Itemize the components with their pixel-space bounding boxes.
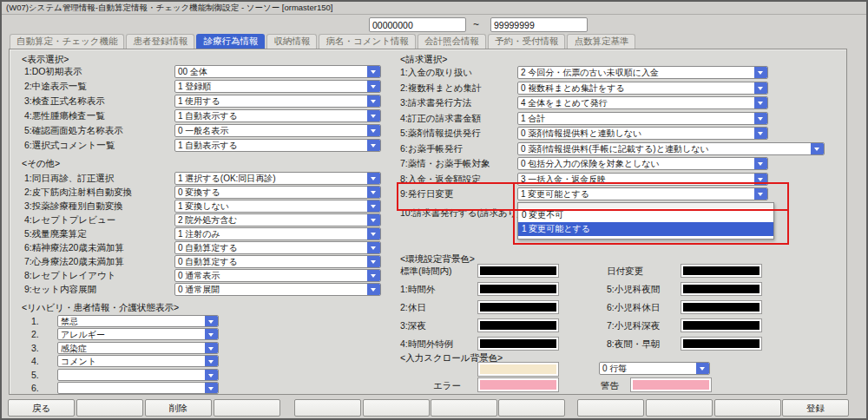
swatch-overtime-special[interactable] <box>478 338 558 350</box>
chevron-down-icon[interactable] <box>367 270 380 281</box>
swatch-pediatric-midnight[interactable] <box>681 319 761 331</box>
chevron-down-icon[interactable] <box>754 67 767 78</box>
select-payment-handling[interactable]: 2 今回分・伝票の古い未収順に入金 <box>517 66 768 79</box>
swatch-warning[interactable] <box>631 378 711 391</box>
select-multi-dept-summary[interactable]: 0 複数科まとめ集計をする <box>517 82 768 95</box>
swatch-pediatric-night[interactable] <box>681 283 761 295</box>
tab-accounting-inquiry[interactable]: 会計照会情報 <box>418 34 486 49</box>
chevron-down-icon[interactable] <box>754 174 767 185</box>
chevron-down-icon[interactable] <box>754 128 767 139</box>
select-medicine-notebook-issue[interactable]: 0 薬剤情報提供料(手帳に記載する)と連動しない <box>517 142 825 155</box>
blank-button-5[interactable] <box>431 399 497 417</box>
delete-button[interactable]: 削除 <box>145 399 212 417</box>
swatch-scroll-normal[interactable] <box>478 363 558 376</box>
section-header-rehab: <リハビリ・患者情報・介護状態表示> <box>22 302 179 314</box>
field-label: 2:複数科まとめ集計 <box>400 82 482 95</box>
chevron-down-icon[interactable] <box>696 363 709 374</box>
field-label: 日付変更 <box>607 266 643 278</box>
select-issue-date-change[interactable]: 1 変更可能とする <box>517 187 768 200</box>
swatch-date-change[interactable] <box>681 265 761 277</box>
field-row: 9:発行日変更 1 変更可能とする <box>10 187 846 201</box>
tab-reservation-reception[interactable]: 予約・受付情報 <box>488 34 566 49</box>
select-value: アレルギー <box>58 329 205 339</box>
select-receipt-layout[interactable]: 0 通常表示 <box>174 269 381 282</box>
tab-medical-practice[interactable]: 診療行為情報 <box>196 34 265 49</box>
field-row: 7:薬情・お薬手帳対象 0 包括分入力の保険を対象としない <box>10 157 846 171</box>
blank-button-6[interactable] <box>498 399 565 417</box>
select-value: 禁忌 <box>58 316 205 326</box>
blank-button-7[interactable] <box>577 399 644 417</box>
chevron-down-icon[interactable] <box>754 97 767 108</box>
select-rehab-1[interactable]: 禁忌 <box>57 315 219 327</box>
tab-score-calc-standard[interactable]: 点数算定基準 <box>567 34 635 49</box>
dropdown-option-changeable[interactable]: 1 変更可能とする <box>518 222 773 236</box>
select-rehab-5[interactable] <box>57 369 219 381</box>
blank-button-3[interactable] <box>294 399 361 417</box>
blank-button-4[interactable] <box>363 399 430 417</box>
select-scroll-interval[interactable]: 0 行毎 <box>599 362 710 375</box>
chevron-down-icon[interactable] <box>754 188 767 200</box>
chevron-down-icon[interactable] <box>367 242 380 253</box>
tab-patient-registration[interactable]: 患者登録情報 <box>126 34 194 49</box>
select-rehab-4[interactable]: コメント <box>57 355 219 367</box>
dropdown-option-no-change[interactable]: 0 変更不可 <box>518 208 773 222</box>
select-value: 0 自動算定する <box>175 256 367 267</box>
select-drug-info-target[interactable]: 0 包括分入力の保険を対象としない <box>517 157 768 170</box>
chevron-down-icon[interactable] <box>205 316 218 326</box>
select-payment-refund-setting[interactable]: 3 一括入金・返金反映 <box>517 173 768 186</box>
chevron-down-icon[interactable] <box>205 343 218 353</box>
swatch-holiday[interactable] <box>478 301 558 313</box>
chevron-down-icon[interactable] <box>754 158 767 169</box>
tab-auto-calc-check[interactable]: 自動算定・チェック機能 <box>10 34 124 49</box>
range-to-input[interactable] <box>490 17 588 32</box>
select-set-content-expand[interactable]: 0 通常展開 <box>174 283 381 296</box>
select-invoice-issue-method[interactable]: 4 全体をまとめて発行 <box>517 96 768 109</box>
select-value: 0 通常表示 <box>175 270 367 281</box>
chevron-down-icon[interactable] <box>205 329 218 339</box>
swatch-standard[interactable] <box>478 265 558 277</box>
select-rehab-3[interactable]: 感染症 <box>57 342 219 354</box>
select-rehab-2[interactable]: アレルギー <box>57 328 219 340</box>
chevron-down-icon[interactable] <box>811 143 824 154</box>
chevron-down-icon[interactable] <box>367 284 380 295</box>
swatch-night-early[interactable] <box>681 338 761 350</box>
chevron-down-icon[interactable] <box>367 256 380 267</box>
range-from-input[interactable] <box>369 17 466 32</box>
blank-button-2[interactable] <box>214 399 280 417</box>
select-value: 0 薬剤情報提供料と連動しない <box>518 128 754 139</box>
range-tilde: ~ <box>473 18 479 30</box>
chevron-down-icon[interactable] <box>754 82 767 94</box>
field-label: 8:夜間・早朝 <box>607 338 660 351</box>
swatch-pediatric-holiday[interactable] <box>681 301 761 313</box>
blank-button-9[interactable] <box>714 399 781 417</box>
chevron-down-icon[interactable] <box>754 113 767 124</box>
field-label: 7:薬情・お薬手帳対象 <box>400 158 490 170</box>
select-value: 0 通常展開 <box>175 284 367 295</box>
swatch-midnight[interactable] <box>478 319 558 331</box>
swatch-overtime[interactable] <box>478 283 558 295</box>
select-value: 0 行毎 <box>600 363 696 374</box>
blank-button-8[interactable] <box>646 399 713 417</box>
field-label: 2:休日 <box>400 302 426 314</box>
select-psychiatric-under20[interactable]: 0 自動算定する <box>174 241 381 254</box>
field-label: 4:時間外特例 <box>400 338 453 351</box>
select-psychosomatic-under20[interactable]: 0 自動算定する <box>174 255 381 268</box>
select-rehab-6[interactable] <box>57 382 219 394</box>
chevron-down-icon[interactable] <box>205 383 218 393</box>
tab-receipts[interactable]: 収納情報 <box>266 34 317 49</box>
blank-button-1[interactable] <box>76 399 143 417</box>
select-corrected-invoice-amount[interactable]: 1 合計 <box>517 112 768 125</box>
swatch-error[interactable] <box>478 378 558 391</box>
register-button[interactable]: 登録 <box>782 399 849 417</box>
select-value: 感染症 <box>58 343 205 353</box>
chevron-down-icon[interactable] <box>367 228 380 240</box>
select-drug-info-issue[interactable]: 0 薬剤情報提供料と連動しない <box>517 127 768 140</box>
tab-disease-comment[interactable]: 病名・コメント情報 <box>319 34 415 49</box>
back-button[interactable]: 戻る <box>8 399 75 417</box>
select-remaining-disposal[interactable]: 1 注射のみ <box>174 227 381 240</box>
chevron-down-icon[interactable] <box>205 370 218 380</box>
field-label: 標準(時間内) <box>400 266 452 278</box>
chevron-down-icon[interactable] <box>205 356 218 366</box>
warning-label: 警告 <box>601 380 619 392</box>
field-label: 5:薬剤情報提供発行 <box>400 128 481 140</box>
